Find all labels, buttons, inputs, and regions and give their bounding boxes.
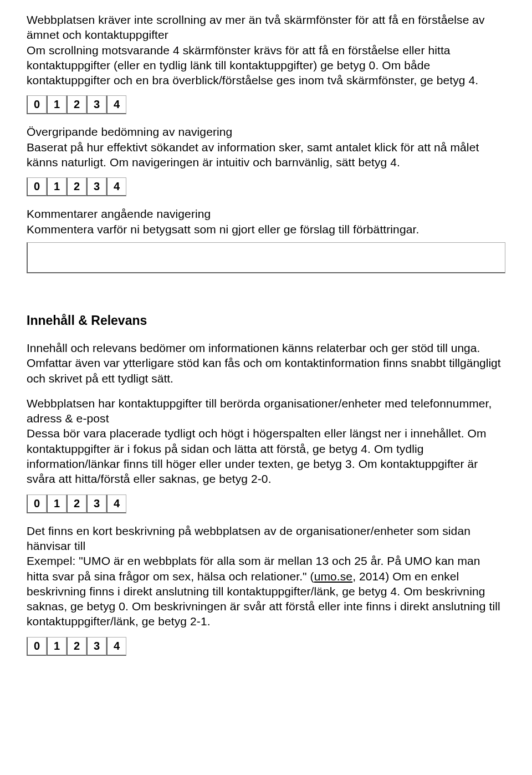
q1-title: Webbplatsen kräver inte scrollning av me… [27, 12, 505, 43]
rating-cell-2[interactable]: 2 [66, 637, 86, 656]
q5-rating-table: 0 1 2 3 4 [27, 637, 126, 656]
q2-title: Övergripande bedömning av navigering [27, 124, 505, 139]
rating-cell-1[interactable]: 1 [47, 494, 66, 513]
q1-desc: Om scrollning motsvarande 4 skärmfönster… [27, 43, 505, 88]
rating-cell-4[interactable]: 4 [106, 95, 126, 114]
q5-title: Det finns en kort beskrivning på webbpla… [27, 523, 505, 554]
section-intro: Innehåll och relevans bedömer om informa… [27, 340, 505, 386]
q4-desc: Dessa bör vara placerade tydligt och hög… [27, 426, 505, 486]
q1-rating-table: 0 1 2 3 4 [27, 95, 126, 114]
rating-cell-0[interactable]: 0 [27, 637, 47, 656]
table-row: 0 1 2 3 4 [27, 637, 126, 656]
q4-title: Webbplatsen har kontaktuppgifter till be… [27, 396, 505, 426]
question-scrolling: Webbplatsen kräver inte scrollning av me… [27, 12, 505, 114]
q2-rating-table: 0 1 2 3 4 [27, 177, 126, 196]
question-navigation-comments: Kommentarer angående navigering Kommente… [27, 206, 505, 295]
question-org-description: Det finns en kort beskrivning på webbpla… [27, 523, 505, 656]
rating-cell-2[interactable]: 2 [66, 494, 86, 513]
rating-cell-1[interactable]: 1 [47, 177, 66, 196]
rating-cell-1[interactable]: 1 [47, 637, 66, 656]
rating-cell-3[interactable]: 3 [86, 637, 106, 656]
section-heading-content-relevance: Innehåll & Relevans [27, 313, 505, 328]
comment-input[interactable] [27, 242, 505, 273]
rating-cell-3[interactable]: 3 [86, 494, 106, 513]
table-row: 0 1 2 3 4 [27, 95, 126, 114]
q2-desc: Baserat på hur effektivt sökandet av inf… [27, 140, 505, 170]
q4-rating-table: 0 1 2 3 4 [27, 494, 126, 513]
question-navigation-overall: Övergripande bedömning av navigering Bas… [27, 124, 505, 196]
rating-cell-0[interactable]: 0 [27, 95, 47, 114]
rating-cell-3[interactable]: 3 [86, 177, 106, 196]
rating-cell-0[interactable]: 0 [27, 494, 47, 513]
table-row: 0 1 2 3 4 [27, 494, 126, 513]
question-contact-details: Webbplatsen har kontaktuppgifter till be… [27, 396, 505, 513]
rating-cell-1[interactable]: 1 [47, 95, 66, 114]
rating-cell-2[interactable]: 2 [66, 177, 86, 196]
rating-cell-0[interactable]: 0 [27, 177, 47, 196]
q3-title: Kommentarer angående navigering [27, 206, 505, 221]
table-row: 0 1 2 3 4 [27, 177, 126, 196]
q3-desc: Kommentera varför ni betygsatt som ni gj… [27, 222, 505, 237]
rating-cell-3[interactable]: 3 [86, 95, 106, 114]
umo-link[interactable]: umo.se [314, 570, 352, 583]
rating-cell-4[interactable]: 4 [106, 494, 126, 513]
rating-cell-4[interactable]: 4 [106, 177, 126, 196]
rating-cell-2[interactable]: 2 [66, 95, 86, 114]
rating-cell-4[interactable]: 4 [106, 637, 126, 656]
q5-desc: Exempel: "UMO är en webbplats för alla s… [27, 553, 505, 629]
